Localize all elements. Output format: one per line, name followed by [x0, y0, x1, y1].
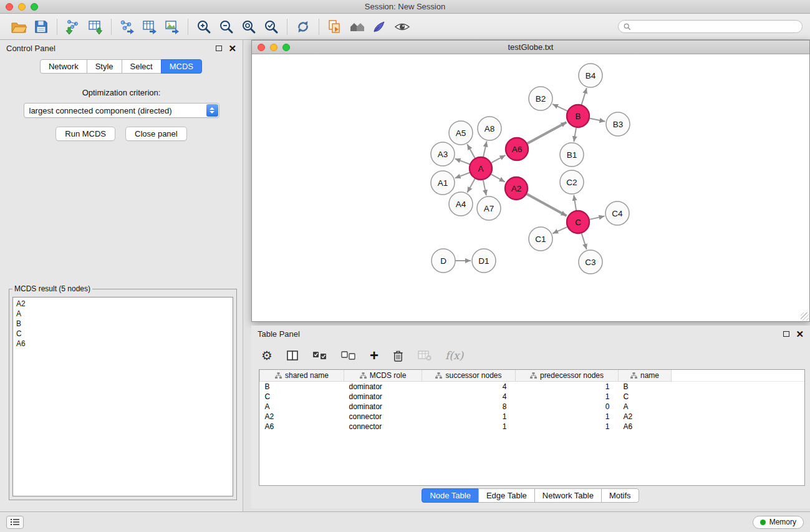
graph-node-A1[interactable]: A1 [431, 171, 455, 195]
graph-edge-A-A3[interactable] [455, 158, 470, 164]
graph-node-A7[interactable]: A7 [477, 196, 501, 220]
table-row[interactable]: Bdominator41B [260, 381, 805, 392]
float-panel-icon[interactable] [216, 46, 222, 51]
mcds-result-item[interactable]: A [16, 309, 229, 319]
graph-edge-C-C3[interactable] [582, 233, 587, 249]
graph-node-C2[interactable]: C2 [560, 170, 584, 194]
graph-node-A2[interactable]: A2 [505, 177, 528, 200]
network-canvas[interactable]: B4B2BB3A8A5A6A3B1AA1C2A2A4A7C4CC1C3DD1 [252, 54, 809, 321]
graph-node-C3[interactable]: C3 [579, 250, 602, 274]
column-header-predecessor-nodes[interactable]: predecessor nodes [516, 370, 619, 381]
table-tab-motifs[interactable]: Motifs [601, 488, 639, 503]
graph-node-B4[interactable]: B4 [579, 64, 602, 87]
graph-node-C4[interactable]: C4 [605, 201, 629, 225]
graph-edge-A6-B[interactable] [528, 122, 567, 143]
open-file-icon[interactable] [7, 17, 30, 37]
graph-edge-A-A4[interactable] [467, 179, 475, 193]
table-row[interactable]: Adominator80A [260, 402, 805, 412]
mcds-result-list[interactable]: A2ABCA6 [12, 297, 233, 496]
column-header-shared-name[interactable]: shared name [260, 370, 344, 381]
graph-edge-B-B4[interactable] [582, 88, 587, 105]
criterion-select[interactable]: largest connected component (directed) [24, 103, 219, 118]
export-image-icon[interactable] [161, 17, 183, 37]
column-header-name[interactable]: name [619, 370, 672, 381]
copy-network-icon[interactable] [324, 17, 346, 37]
graph-edge-C-C4[interactable] [590, 216, 605, 220]
run-mcds-button[interactable]: Run MCDS [55, 127, 115, 141]
graph-node-D[interactable]: D [432, 249, 455, 273]
tab-mcds[interactable]: MCDS [161, 59, 202, 74]
add-column-icon[interactable]: + [370, 348, 378, 363]
tab-network[interactable]: Network [40, 59, 87, 74]
task-history-button[interactable] [6, 516, 24, 529]
zoom-in-icon[interactable] [193, 17, 215, 37]
export-network-icon[interactable] [116, 17, 138, 37]
search-input[interactable] [634, 22, 797, 31]
network-graph[interactable]: B4B2BB3A8A5A6A3B1AA1C2A2A4A7C4CC1C3DD1 [252, 54, 809, 321]
mcds-result-item[interactable]: B [16, 319, 229, 329]
network-close-button[interactable] [258, 44, 265, 51]
save-icon[interactable] [30, 17, 52, 37]
delete-columns-icon[interactable] [392, 349, 404, 362]
graph-edge-A2-C[interactable] [527, 194, 567, 216]
minimize-window-button[interactable] [18, 3, 26, 11]
graph-node-D1[interactable]: D1 [472, 249, 496, 273]
table-tab-network-table[interactable]: Network Table [534, 488, 602, 503]
import-table-icon[interactable] [84, 17, 107, 37]
table-row[interactable]: A6connector11A6 [260, 422, 805, 432]
graph-edge-C-C2[interactable] [574, 195, 576, 210]
resize-grip[interactable] [801, 312, 809, 321]
graph-edge-B-B1[interactable] [574, 128, 576, 142]
network-zoom-button[interactable] [282, 44, 290, 51]
table-row[interactable]: A2connector11A2 [260, 412, 805, 422]
graph-node-B2[interactable]: B2 [529, 87, 552, 110]
graph-edge-B-B2[interactable] [552, 104, 567, 111]
table-tab-node-table[interactable]: Node Table [422, 488, 479, 503]
export-table-icon[interactable] [138, 17, 161, 37]
graph-node-A8[interactable]: A8 [478, 117, 501, 140]
network-window-titlebar[interactable]: testGlobe.txt [252, 41, 809, 54]
column-icon[interactable] [286, 349, 299, 362]
refresh-icon[interactable] [292, 17, 314, 37]
graph-node-C1[interactable]: C1 [529, 227, 552, 251]
node-table-container[interactable]: shared nameMCDS rolesuccessor nodesprede… [259, 369, 805, 486]
zoom-out-icon[interactable] [215, 17, 238, 37]
mcds-result-item[interactable]: A6 [16, 339, 229, 349]
deselect-all-icon[interactable] [341, 351, 356, 360]
graph-edge-B-B3[interactable] [590, 118, 605, 122]
zoom-fit-icon[interactable] [238, 17, 260, 37]
graph-edge-C-C1[interactable] [552, 227, 567, 234]
close-window-button[interactable] [6, 3, 13, 11]
graph-node-A6[interactable]: A6 [506, 138, 528, 160]
graph-node-C[interactable]: C [567, 211, 589, 233]
close-panel-button[interactable]: Close panel [125, 127, 187, 141]
network-minimize-button[interactable] [270, 44, 277, 51]
tab-select[interactable]: Select [122, 59, 162, 74]
import-network-icon[interactable] [62, 17, 84, 37]
eye-icon[interactable] [391, 17, 413, 37]
zoom-selected-icon[interactable] [260, 17, 282, 37]
close-table-panel-icon[interactable]: ✕ [796, 329, 804, 339]
memory-button[interactable]: Memory [753, 516, 804, 529]
home-icon[interactable] [346, 17, 369, 37]
zoom-window-button[interactable] [31, 3, 38, 11]
select-all-icon[interactable] [312, 351, 327, 360]
graph-edge-A-A8[interactable] [483, 142, 486, 157]
graph-node-A3[interactable]: A3 [431, 142, 455, 166]
close-panel-icon[interactable]: ✕ [228, 44, 236, 53]
graph-node-A5[interactable]: A5 [449, 121, 473, 145]
brush-icon[interactable] [369, 17, 391, 37]
graph-edge-A-A6[interactable] [491, 155, 506, 163]
search-box[interactable] [618, 20, 803, 33]
graph-node-B1[interactable]: B1 [560, 143, 584, 167]
table-row[interactable]: Cdominator41C [260, 392, 805, 402]
mcds-result-item[interactable]: A2 [16, 299, 229, 309]
graph-node-A4[interactable]: A4 [449, 192, 473, 216]
table-tab-edge-table[interactable]: Edge Table [478, 488, 535, 503]
graph-edge-A-A2[interactable] [491, 174, 505, 181]
graph-edge-A-A7[interactable] [483, 180, 486, 196]
tab-style[interactable]: Style [87, 59, 122, 74]
column-header-MCDS-role[interactable]: MCDS role [344, 370, 422, 381]
graph-edge-A-A1[interactable] [455, 173, 470, 178]
graph-edge-A-A5[interactable] [467, 144, 475, 158]
